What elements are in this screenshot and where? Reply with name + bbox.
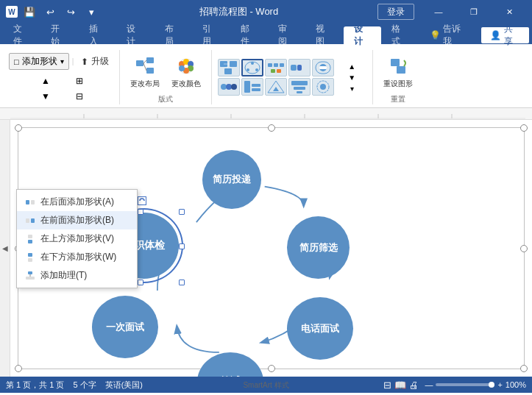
close-button[interactable]: ✕ (492, 0, 526, 24)
smartart-style-4[interactable] (288, 59, 311, 76)
tab-references[interactable]: 引用 (192, 26, 230, 44)
layout-icon-1[interactable]: ⊞ (65, 74, 94, 88)
svg-point-45 (320, 84, 326, 90)
zoom-slider[interactable] (436, 383, 494, 386)
sel-handle-mr[interactable] (179, 243, 185, 249)
tab-start[interactable]: 开始 (40, 26, 78, 44)
print-view-icon[interactable]: 🖨 (409, 380, 419, 391)
layout-view-icon[interactable]: ⊟ (383, 380, 391, 391)
handle-bl[interactable] (15, 365, 22, 372)
tab-insert[interactable]: 插入 (79, 26, 116, 44)
smartart-style-6[interactable] (218, 78, 240, 96)
tab-format[interactable]: 格式 (381, 26, 419, 44)
tab-view[interactable]: 视图 (305, 26, 343, 44)
ribbon-content: □ 添加形状 ▾ | ⬆ 升级 ▲ ▼ (3, 47, 529, 107)
move-down-button[interactable]: ▼ (31, 90, 60, 103)
smartart-style-8[interactable] (265, 78, 287, 96)
add-assistant[interactable]: 添加助理(T) (17, 266, 137, 285)
svg-rect-23 (280, 63, 284, 67)
svg-point-19 (255, 68, 258, 71)
share-button[interactable]: 👤 共享 (481, 27, 529, 43)
handle-br[interactable] (520, 365, 528, 372)
zoom-in-button[interactable]: + (497, 380, 502, 389)
svg-rect-22 (274, 63, 278, 67)
tab-bar-right: 💡 告诉我 👤 共享 (419, 26, 529, 44)
node-jianli-shaixuan[interactable]: 简历筛选 (287, 216, 350, 279)
smartart-style-3[interactable] (265, 59, 287, 76)
svg-rect-36 (252, 84, 260, 87)
scroll-up-button[interactable]: ▲ (337, 62, 366, 71)
move-up-button[interactable]: ▲ (31, 74, 60, 88)
tab-review[interactable]: 审阅 (268, 26, 305, 44)
change-color-icon (174, 54, 198, 78)
add-shape-label: 添加形状 (22, 55, 57, 68)
upgrade-label: 升级 (91, 55, 109, 68)
people-icon: 👤 (490, 30, 501, 40)
handle-tm[interactable] (268, 124, 275, 132)
tab-smartart-design[interactable]: 设计 (344, 26, 381, 44)
customize-button[interactable]: ▾ (82, 3, 100, 21)
sign-in-button[interactable]: 登录 (377, 4, 414, 20)
svg-rect-25 (277, 69, 281, 73)
node-jianli-todi[interactable]: 简历投递 (202, 150, 261, 209)
layout-group-label: 版式 (158, 94, 173, 104)
node-yici-mianshi[interactable]: 一次面试 (92, 296, 158, 358)
smartart-style-7[interactable] (241, 78, 263, 96)
handle-bm[interactable] (268, 365, 275, 372)
rotate-handle[interactable] (138, 196, 146, 205)
sidebar-left[interactable]: ◀ (0, 120, 10, 377)
handle-mr[interactable] (520, 245, 528, 252)
sel-handle-tr[interactable] (179, 209, 185, 215)
title-bar: W 💾 ↩ ↪ ▾ 招聘流程图 - Word 登录 — ❐ ✕ (0, 0, 532, 24)
layout-icon-2[interactable]: ⊟ (65, 90, 94, 103)
move-up-icon: ▲ (41, 76, 50, 86)
status-bar-right: ⊟ 📖 🖨 — + 100% (383, 380, 526, 391)
handle-tl[interactable] (15, 124, 22, 132)
tab-layout[interactable]: 布局 (155, 26, 192, 44)
title-bar-left: W 💾 ↩ ↪ ▾ (6, 3, 100, 21)
sel-handle-br[interactable] (179, 280, 185, 285)
undo-button[interactable]: ↩ (41, 3, 59, 21)
scroll-down-button[interactable]: ▼ (337, 73, 366, 82)
smartart-style-2[interactable] (241, 59, 263, 76)
handle-tr[interactable] (520, 124, 528, 132)
node-dianhua-mianshi[interactable]: 电话面试 (287, 297, 353, 360)
tab-design[interactable]: 设计 (116, 26, 154, 44)
add-shape-after[interactable]: 在后面添加形状(A) (17, 193, 137, 211)
reset-shape-label: 重设图形 (383, 79, 413, 88)
change-color-button[interactable]: 更改颜色 (167, 51, 205, 91)
add-shape-button[interactable]: □ 添加形状 ▾ (9, 53, 69, 70)
smartart-style-9[interactable] (288, 78, 311, 96)
sel-handle-tm[interactable] (138, 209, 143, 215)
maximize-button[interactable]: ❐ (457, 0, 491, 24)
svg-rect-58 (26, 218, 29, 223)
svg-rect-61 (28, 240, 32, 243)
svg-rect-37 (252, 88, 260, 91)
add-shape-below[interactable]: 在下方添加形状(W) (17, 248, 137, 266)
zoom-percent: 100% (506, 380, 526, 389)
save-button[interactable]: 💾 (21, 3, 38, 21)
svg-rect-57 (31, 200, 35, 204)
smartart-style-1[interactable] (218, 59, 240, 76)
minimize-button[interactable]: — (422, 0, 455, 24)
svg-rect-62 (28, 253, 32, 257)
change-layout-button[interactable]: 更改布局 (126, 51, 164, 91)
add-before-icon (24, 215, 36, 227)
reset-shape-button[interactable]: 重设图形 (379, 51, 417, 91)
zoom-out-button[interactable]: — (425, 380, 433, 389)
svg-rect-41 (291, 81, 308, 85)
node-bishi[interactable]: 笔试 (197, 352, 263, 377)
read-view-icon[interactable]: 📖 (394, 380, 406, 391)
sel-handle-bm[interactable] (138, 280, 143, 285)
smartart-style-10[interactable] (312, 78, 334, 96)
upgrade-button[interactable]: ⬆ 升级 (77, 54, 113, 69)
smartart-style-5[interactable] (312, 59, 334, 76)
add-shape-before[interactable]: 在前面添加形状(B) (17, 211, 137, 229)
tab-file[interactable]: 文件 (3, 26, 40, 44)
scroll-more-button[interactable]: ▾ (337, 84, 366, 93)
tab-mail[interactable]: 邮件 (230, 26, 268, 44)
tell-me-button[interactable]: 💡 告诉我 (419, 26, 478, 44)
add-shape-above[interactable]: 在上方添加形状(V) (17, 229, 137, 248)
svg-point-32 (221, 84, 227, 90)
redo-button[interactable]: ↪ (62, 3, 79, 21)
